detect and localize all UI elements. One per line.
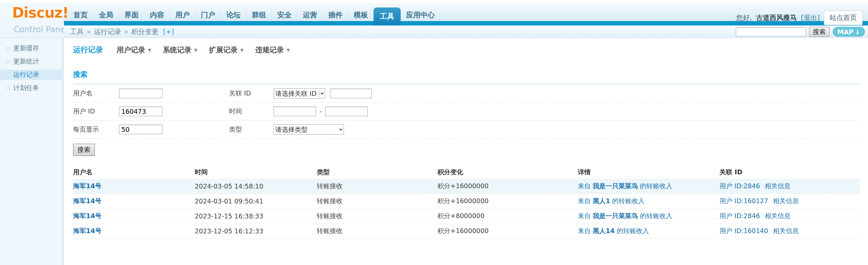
search-form-row-1: 用户名 关联 ID 请选择关联 ID 类型	[73, 85, 860, 103]
username-label: 用户名	[73, 89, 119, 98]
detail-link[interactable]: 来自 我是一只菜菜鸟 的转账收入	[578, 182, 672, 190]
row-username-link[interactable]: 海军14号	[73, 227, 101, 234]
admin-page: Discuz! Control Panel 首页 全局 界面 内容 用户 门户 …	[0, 0, 868, 265]
map-button[interactable]: MAP ↓	[833, 27, 865, 37]
breadcrumb-run-log[interactable]: 运行记录	[94, 25, 121, 38]
nav-item-templates[interactable]: 模板	[348, 9, 374, 21]
row-time: 2023-12-15 16:38:33	[195, 209, 317, 224]
breadcrumb-tools[interactable]: 工具	[70, 25, 84, 38]
nav-item-app-center[interactable]: 应用中心	[401, 9, 440, 21]
time-from-input[interactable]	[274, 107, 316, 116]
detail-link[interactable]: 来自 黑人1 的转账收入	[578, 197, 644, 205]
admin-search-button[interactable]: 搜索	[809, 27, 830, 37]
nav-item-security[interactable]: 安全	[272, 9, 297, 21]
sidebar: 更新缓存 更新统计 运行记录 计划任务	[0, 38, 64, 265]
nav-item-content[interactable]: 内容	[144, 9, 170, 21]
perpage-input[interactable]	[119, 125, 162, 134]
bullet-circle-icon	[6, 60, 10, 63]
tab-run-log-active[interactable]: 运行记录	[73, 45, 103, 55]
nav-item-users[interactable]: 用户	[170, 9, 195, 21]
related-uid-link[interactable]: 用户 ID:160127	[719, 197, 768, 205]
row-related: 用户 ID:160127相关信息	[719, 194, 860, 209]
sidebar-item-scheduled-tasks[interactable]: 计划任务	[0, 83, 62, 93]
discuz-logo: Discuz!	[12, 4, 69, 21]
nav-item-tools-active[interactable]: 工具	[374, 7, 401, 25]
sidebar-item-update-cache[interactable]: 更新缓存	[0, 43, 62, 53]
time-to-input[interactable]	[325, 107, 368, 116]
caret-down-icon: ▼	[240, 48, 244, 53]
map-label: MAP	[837, 28, 854, 36]
row-username-link[interactable]: 海军14号	[73, 182, 101, 190]
search-submit-button[interactable]: 搜索	[73, 144, 95, 156]
type-select[interactable]: 请选择类型	[274, 124, 344, 135]
nav-item-global[interactable]: 全局	[93, 9, 119, 21]
caret-down-icon: ▼	[287, 48, 290, 53]
nav-item-forum[interactable]: 论坛	[221, 9, 246, 21]
main-nav: 首页 全局 界面 内容 用户 门户 论坛 群组 安全 运营 插件 模板 工具 应…	[68, 7, 440, 21]
related-uid-link[interactable]: 用户 ID:160140	[719, 227, 768, 234]
breadcrumb: 工具 » 运行记录 » 积分变更 [+]	[70, 25, 174, 38]
detail-link[interactable]: 来自 我是一只菜菜鸟 的转账收入	[578, 212, 672, 219]
nav-item-plugins[interactable]: 插件	[323, 9, 348, 21]
sidebar-item-label: 更新统计	[13, 57, 39, 66]
breadcrumb-expand-button[interactable]: [+]	[163, 25, 174, 38]
sidebar-item-update-stats[interactable]: 更新统计	[0, 56, 62, 67]
nav-item-group[interactable]: 群组	[246, 9, 272, 21]
breadcrumb-credit-change[interactable]: 积分变更	[132, 25, 159, 38]
related-uid-link[interactable]: 用户 ID:2846	[719, 212, 760, 219]
uid-input[interactable]	[119, 107, 162, 116]
greeting-text: 您好,	[736, 13, 752, 22]
related-id-type-select[interactable]: 请选择关联 ID 类型	[274, 88, 325, 99]
related-info-link[interactable]: 相关信息	[765, 182, 791, 190]
logo-subtitle: Control Panel	[14, 25, 68, 34]
row-username-link[interactable]: 海军14号	[73, 197, 101, 205]
nav-item-operation[interactable]: 运营	[297, 9, 323, 21]
user-bar: 您好, 古道西风瘦马 [退出] 站点首页	[736, 11, 863, 25]
related-info-link[interactable]: 相关信息	[773, 227, 799, 234]
bullet-circle-icon	[6, 47, 10, 50]
row-detail: 来自 黑人14 的转账收入	[578, 224, 719, 238]
bullet-circle-icon	[6, 87, 10, 90]
row-detail: 来自 我是一只菜菜鸟 的转账收入	[578, 209, 719, 224]
tab-user-log[interactable]: 用户记录 ▼	[117, 45, 151, 55]
breadcrumb-separator: »	[87, 25, 91, 38]
related-id-input[interactable]	[330, 89, 372, 98]
header-band: Discuz! Control Panel 首页 全局 界面 内容 用户 门户 …	[0, 3, 868, 21]
related-info-link[interactable]: 相关信息	[765, 212, 791, 219]
sidebar-item-label: 运行记录	[13, 70, 39, 79]
time-range-separator: -	[319, 108, 322, 115]
nav-item-interface[interactable]: 界面	[119, 9, 144, 21]
tab-violation-log[interactable]: 违规记录 ▼	[255, 45, 290, 55]
detail-link[interactable]: 来自 黑人14 的转账收入	[578, 227, 649, 234]
header-search-area: 搜索 MAP ↓	[736, 27, 865, 37]
table-row: 海军14号 2023-12-05 16:12:33 转账接收 积分+160000…	[73, 224, 860, 238]
tab-system-log[interactable]: 系统记录 ▼	[163, 45, 197, 55]
related-uid-link[interactable]: 用户 ID:2846	[719, 182, 760, 190]
time-label: 时间	[229, 107, 274, 116]
caret-down-icon: ▼	[194, 48, 197, 53]
row-type: 转账接收	[317, 209, 437, 224]
col-header-time: 时间	[195, 166, 317, 179]
sidebar-item-label: 计划任务	[13, 84, 39, 92]
row-detail: 来自 黑人1 的转账收入	[578, 194, 719, 209]
row-time: 2024-03-05 14:58:10	[195, 179, 317, 194]
username-input[interactable]	[119, 89, 162, 98]
row-related: 用户 ID:160140相关信息	[719, 224, 860, 238]
nav-item-portal[interactable]: 门户	[195, 9, 221, 21]
row-detail: 来自 我是一只菜菜鸟 的转账收入	[578, 179, 719, 194]
row-credit-change: 积分+16000000	[437, 179, 578, 194]
table-row: 海军14号 2023-12-15 16:38:33 转账接收 积分+800000…	[73, 209, 860, 224]
row-username-link[interactable]: 海军14号	[73, 212, 101, 219]
nav-item-home[interactable]: 首页	[68, 9, 93, 21]
tab-extended-log[interactable]: 扩展记录 ▼	[209, 45, 244, 55]
detail-username: 黑人14	[593, 227, 614, 234]
related-info-link[interactable]: 相关信息	[773, 197, 799, 205]
site-home-button[interactable]: 站点首页	[824, 11, 863, 25]
row-type: 转账接收	[317, 224, 437, 238]
col-header-related-id: 关联 ID	[719, 166, 860, 179]
admin-search-input[interactable]	[736, 27, 806, 36]
record-tabs: 运行记录 用户记录 ▼ 系统记录 ▼ 扩展记录 ▼ 违规记录 ▼	[73, 45, 860, 55]
sidebar-item-run-log-active[interactable]: 运行记录	[0, 70, 62, 80]
logout-link[interactable]: [退出]	[801, 13, 820, 22]
tab-label: 违规记录	[255, 45, 284, 55]
